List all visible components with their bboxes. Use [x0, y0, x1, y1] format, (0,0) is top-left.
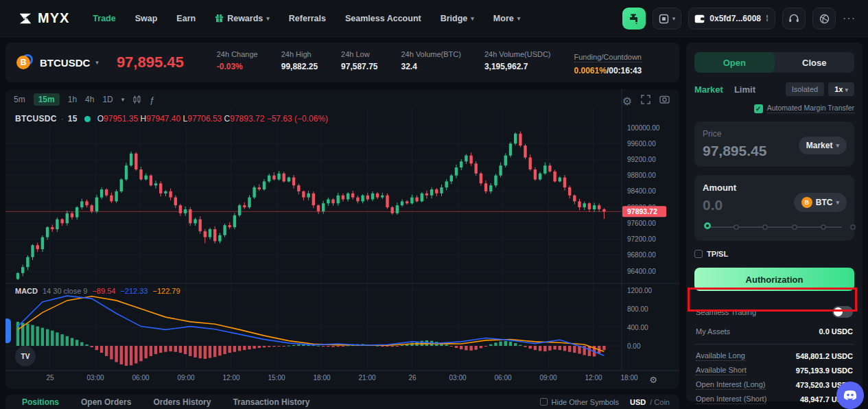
- hide-other-symbols-checkbox[interactable]: [540, 398, 548, 406]
- language-button[interactable]: [812, 8, 836, 30]
- currency-coin[interactable]: / Coin: [650, 398, 670, 406]
- nav-item-earn[interactable]: Earn: [176, 14, 196, 23]
- order-type-market[interactable]: Market: [694, 84, 723, 95]
- wallet-menu-icon[interactable]: ⁞: [766, 14, 769, 23]
- timeframe-5m[interactable]: 5m: [14, 95, 25, 104]
- bottom-tabs: PositionsOpen OrdersOrders HistoryTransa…: [5, 397, 309, 407]
- legend-ohlc-values: O97951.35 H97947.40 L97706.53 C97893.72 …: [97, 114, 328, 124]
- candlestick-chart[interactable]: 100000.0099600.0099200.0098800.0098400.0…: [5, 89, 679, 389]
- slider-stop[interactable]: [821, 224, 826, 230]
- nav-item-rewards[interactable]: Rewards▾: [215, 14, 270, 23]
- network-selector-button[interactable]: ▾: [653, 8, 682, 30]
- divider: [694, 344, 854, 344]
- wallet-address-button[interactable]: 0x5fd7...6008 ⁞: [688, 8, 775, 30]
- slider-stop[interactable]: [734, 224, 739, 230]
- timeframe-4h[interactable]: 4h: [85, 95, 94, 104]
- timeframe-1h[interactable]: 1h: [68, 95, 77, 104]
- auto-margin-row: ✓ Automated Margin Transfer: [694, 104, 854, 113]
- currency-usd[interactable]: USD: [630, 398, 646, 406]
- seamless-trading-toggle[interactable]: [832, 306, 853, 318]
- svg-text:97893.72: 97893.72: [627, 207, 657, 215]
- nav-item-swap[interactable]: Swap: [135, 14, 158, 23]
- svg-text:15:00: 15:00: [268, 374, 285, 382]
- myx-logo-text: MYX: [38, 10, 69, 26]
- legend-symbol: BTCUSDC: [15, 114, 57, 124]
- pair-name: BTCUSDC: [40, 57, 90, 69]
- tab-open[interactable]: Open: [694, 52, 775, 73]
- price-mode-select[interactable]: Market▾: [799, 137, 847, 154]
- margin-mode-button[interactable]: Isolated: [786, 82, 825, 96]
- seamless-trading-label: Seamless Trading: [696, 308, 756, 316]
- nav-item-referrals[interactable]: Referrals: [289, 14, 326, 23]
- ticker-stat: 24h Volume(BTC)32.4: [401, 50, 460, 75]
- hide-other-symbols-label: Hide Other Symbols: [552, 398, 619, 406]
- svg-text:26: 26: [408, 374, 417, 382]
- order-type-limit[interactable]: Limit: [734, 84, 755, 95]
- bottom-tab-positions[interactable]: Positions: [22, 397, 59, 407]
- last-price: 97,895.45: [117, 54, 184, 71]
- auto-margin-label: Automated Margin Transfer: [767, 104, 854, 113]
- globe-icon: [819, 14, 830, 24]
- nav-item-more[interactable]: More▾: [493, 14, 520, 23]
- ticker-stat: 24h Change-0.03%: [217, 50, 258, 75]
- top-navigation-bar: MYX TradeSwapEarnRewards▾ReferralsSeamle…: [0, 0, 868, 37]
- slider-stop[interactable]: [850, 224, 856, 230]
- chevron-down-icon: ▾: [672, 15, 676, 22]
- topbar-actions: ▾ 0x5fd7...6008 ⁞: [622, 0, 856, 37]
- svg-text:98800.00: 98800.00: [627, 172, 656, 179]
- timeframe-expand-icon[interactable]: ▾: [121, 96, 125, 103]
- svg-text:98400.00: 98400.00: [627, 187, 656, 195]
- macd-pane-handle[interactable]: [5, 318, 11, 343]
- more-options-icon[interactable]: ···: [843, 12, 856, 25]
- order-type-row: Market Limit Isolated 1x ▾: [694, 82, 854, 96]
- slider-stop[interactable]: [792, 224, 797, 230]
- tab-close[interactable]: Close: [775, 52, 855, 73]
- bottom-bar-right: Hide Other Symbols USD / Coin: [540, 398, 670, 406]
- authorization-button[interactable]: Authorization: [694, 268, 854, 291]
- tpsl-label: TP/SL: [707, 250, 728, 258]
- indicators-icon[interactable]: ƒ: [150, 95, 154, 105]
- chart-settings-icon[interactable]: ⚙: [622, 95, 632, 108]
- amount-unit-select[interactable]: B BTC▾: [794, 193, 847, 212]
- timeframe-15m[interactable]: 15m: [34, 93, 60, 106]
- my-assets-row: My Assets 0.0 USDC: [694, 327, 854, 336]
- nav-item-trade[interactable]: Trade: [93, 14, 115, 23]
- leverage-button[interactable]: 1x ▾: [828, 82, 854, 96]
- slider-handle[interactable]: [704, 222, 711, 229]
- seamless-trading-row: Seamless Trading: [694, 306, 854, 318]
- myx-logo[interactable]: MYX: [18, 10, 69, 26]
- wallet-icon: [694, 14, 705, 23]
- chevron-down-icon: ▾: [517, 15, 521, 22]
- nav-item-seamless-account[interactable]: Seamless Account: [345, 14, 421, 23]
- btc-icon: B: [801, 197, 812, 208]
- amount-slider[interactable]: [703, 222, 846, 232]
- timezone-settings-icon[interactable]: ⚙: [649, 375, 657, 385]
- bottom-tab-transaction-history[interactable]: Transaction History: [233, 397, 309, 407]
- tradingview-logo[interactable]: TV: [15, 346, 36, 366]
- svg-text:06:00: 06:00: [132, 374, 149, 382]
- order-panel: Open Close Market Limit Isolated 1x ▾ ✓ …: [686, 43, 863, 401]
- slider-stop[interactable]: [762, 224, 768, 230]
- bottom-tab-orders-history[interactable]: Orders History: [153, 397, 211, 407]
- nav-item-bridge[interactable]: Bridge▾: [441, 14, 474, 23]
- chevron-down-icon: ▾: [836, 199, 839, 206]
- positions-tab-bar: PositionsOpen OrdersOrders HistoryTransa…: [5, 395, 679, 409]
- ticker-stat: 24h Volume(USDC)3,195,962.7: [484, 50, 551, 75]
- fullscreen-icon[interactable]: [641, 95, 650, 104]
- svg-text:18:00: 18:00: [620, 374, 637, 382]
- support-button[interactable]: [782, 8, 806, 30]
- chart-card: 5m15m1h4h1D▾ƒ ⚙ BTCUSDC · 15 O97951.35 H…: [5, 89, 679, 389]
- screenshot-icon[interactable]: [659, 95, 670, 104]
- faucet-button[interactable]: [622, 8, 646, 30]
- bottom-tab-open-orders[interactable]: Open Orders: [81, 397, 131, 407]
- my-assets-value: 0.0 USDC: [819, 327, 853, 336]
- chart-style-icon[interactable]: [132, 95, 141, 104]
- auto-margin-checkbox[interactable]: ✓: [754, 104, 763, 113]
- main-nav: TradeSwapEarnRewards▾ReferralsSeamless A…: [93, 14, 520, 23]
- tpsl-checkbox[interactable]: [694, 250, 703, 258]
- discord-button[interactable]: [836, 382, 864, 409]
- faucet-icon: [629, 13, 640, 24]
- svg-text:97200.00: 97200.00: [627, 235, 656, 243]
- timeframe-1D[interactable]: 1D: [102, 95, 113, 104]
- pair-selector[interactable]: B BTCUSDC ▾: [16, 54, 99, 71]
